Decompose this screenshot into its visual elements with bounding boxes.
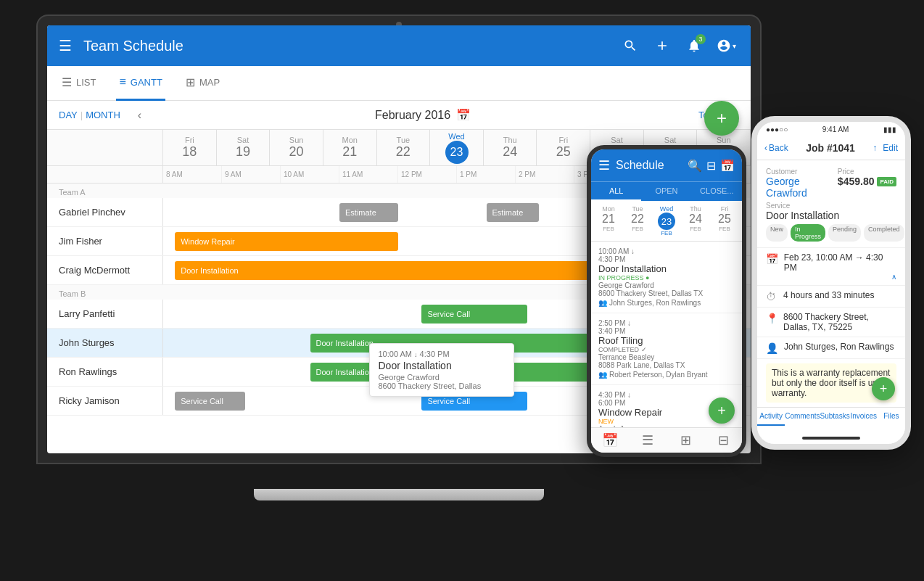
android-date-thu-24[interactable]: Thu 24 FEB [681, 205, 710, 236]
android-nav-calendar[interactable]: 📅 [591, 432, 629, 448]
ios-customer-section: Customer George Crawford Price $459.80 P… [757, 160, 905, 248]
android-job-door-install[interactable]: 10:00 AM ↓ 4:30 PM Door Installation IN … [591, 242, 742, 313]
date-wed-23-today: Wed23 [430, 130, 484, 165]
android-date-tue-22[interactable]: Tue 22 FEB [623, 205, 652, 236]
bar-service-call-ricky-1[interactable]: Service Call [175, 392, 245, 411]
ios-address-text[interactable]: 8600 Thackery Street, Dallas, TX, 75225 [783, 312, 896, 332]
time-12pm: 12 PM [398, 166, 457, 183]
date-fri-25: Fri25 [537, 130, 590, 165]
ios-back-button[interactable]: ‹ Back [764, 143, 788, 153]
search-button[interactable] [617, 33, 643, 59]
date-navigation: DAY | MONTH ‹ February 2016 📅 Today › [47, 101, 751, 130]
ios-location-icon: 📍 [766, 313, 777, 324]
android-date-fri-25[interactable]: Fri 25 FEB [710, 205, 739, 236]
date-mon-21: Mon21 [323, 130, 377, 165]
android-job-1-title: Door Installation [598, 263, 735, 274]
tooltip-time: 10:00 AM ↓ 4:30 PM [379, 350, 505, 358]
app-title: Team Schedule [83, 38, 617, 54]
android-nav-grid[interactable]: ⊞ [667, 432, 704, 448]
ios-status-new[interactable]: New [766, 224, 788, 242]
tab-map[interactable]: ⊞ MAP [183, 66, 223, 101]
account-button[interactable]: ▾ [713, 33, 739, 59]
time-8am: 8 AM [163, 166, 222, 183]
android-tab-open[interactable]: OPEN [641, 182, 691, 201]
time-11am: 11 AM [339, 166, 398, 183]
android-job-1-address: 8600 Thackery Street, Dallas TX [598, 289, 735, 297]
add-button[interactable] [649, 33, 675, 59]
ios-tab-invoices[interactable]: Invoices [850, 408, 878, 426]
ios-tab-comments[interactable]: Comments [785, 408, 820, 426]
ios-tab-activity[interactable]: Activity [757, 408, 785, 426]
ios-status-chips: New In Progress Pending Completed Cancel… [766, 224, 896, 242]
fab-add-button[interactable]: + [704, 101, 739, 136]
android-calendar-icon[interactable]: 📅 [720, 159, 735, 173]
android-fab[interactable]: + [709, 397, 735, 424]
android-tab-closed[interactable]: CLOSE... [692, 182, 742, 201]
month-view-toggle[interactable]: MONTH [86, 110, 120, 120]
android-date-wed-23[interactable]: Wed 23 FEB [652, 205, 681, 236]
bar-window-repair[interactable]: Window Repair [175, 232, 398, 251]
android-nav-map[interactable]: ⊟ [704, 432, 742, 448]
ios-tab-subtasks[interactable]: Subtasks [820, 408, 850, 426]
android-nav-list[interactable]: ☰ [629, 432, 667, 448]
tab-gantt[interactable]: ≡ GANTT [116, 66, 165, 101]
ios-share-button[interactable]: ↑ [873, 143, 877, 153]
prev-arrow[interactable]: ‹ [132, 106, 147, 125]
android-phone: ☰ Schedule 🔍 ⊟ 📅 ALL OPEN CLOSE... Mon 2… [587, 145, 746, 457]
date-toggle: DAY | MONTH [59, 110, 120, 120]
ios-duration-text: 4 hours and 33 minutes [783, 290, 874, 300]
android-job-2-time: 2:50 PM ↓ [598, 319, 735, 327]
ios-status-bar: ●●●○○ 9:41 AM ▮▮▮ [757, 122, 905, 136]
bar-estimate-2[interactable]: Estimate [487, 203, 540, 222]
app-header: ☰ Team Schedule 3 ▾ [47, 25, 751, 66]
ios-content-tabs: Activity Comments Subtasks Invoices File… [757, 407, 905, 426]
android-header: ☰ Schedule 🔍 ⊟ 📅 [591, 149, 742, 181]
ios-status-pending[interactable]: Pending [828, 224, 861, 242]
bar-service-call-larry[interactable]: Service Call [421, 305, 527, 324]
ios-price-value: $459.80 [838, 176, 875, 187]
ios-service-label: Service [766, 202, 896, 210]
android-header-icons: 🔍 ⊟ 📅 [688, 159, 735, 173]
bar-estimate-1[interactable]: Estimate [339, 203, 398, 222]
ios-phone: ●●●○○ 9:41 AM ▮▮▮ ‹ Back Job #1041 ↑ Edi… [751, 116, 911, 450]
ios-calendar-icon: 📅 [766, 253, 778, 265]
notifications-button[interactable]: 3 [681, 33, 707, 59]
ios-paid-badge: PAID [877, 177, 896, 186]
time-spacer [47, 166, 163, 183]
date-fri-18: Fri18 [163, 130, 217, 165]
day-view-toggle[interactable]: DAY [59, 110, 78, 120]
ios-status-completed[interactable]: Completed [864, 224, 904, 242]
ios-price-row: $459.80 PAID [838, 176, 896, 187]
ios-edit-button[interactable]: Edit [883, 143, 898, 153]
android-filter-icon[interactable]: ⊟ [706, 159, 716, 173]
time-2pm: 2 PM [516, 166, 574, 183]
date-tue-22: Tue22 [377, 130, 431, 165]
account-chevron: ▾ [733, 42, 736, 50]
ios-duration-row: ⏱ 4 hours and 33 minutes [757, 286, 905, 308]
person-ron-rawlings: Ron Rawlings [47, 358, 163, 386]
android-date-strip: Mon 21 FEB Tue 22 FEB Wed 23 FEB Thu 24 … [591, 201, 742, 242]
tab-list[interactable]: ☰ LIST [59, 66, 99, 101]
ios-status-in-progress[interactable]: In Progress [791, 224, 825, 242]
person-gabriel-pinchev: Gabriel Pinchev [47, 198, 163, 226]
date-thu-24: Thu24 [484, 130, 537, 165]
ios-address-row: 📍 8600 Thackery Street, Dallas, TX, 7522… [757, 308, 905, 337]
ios-home-bar[interactable] [802, 437, 860, 440]
ios-customer-name[interactable]: George Crawford [766, 176, 838, 199]
android-menu-icon[interactable]: ☰ [598, 157, 610, 173]
ios-battery: ▮▮▮ [883, 125, 896, 133]
ios-fab[interactable]: + [872, 377, 895, 400]
menu-icon[interactable]: ☰ [59, 37, 72, 54]
ios-customer-row: Customer George Crawford Price $459.80 P… [766, 168, 896, 199]
ios-tab-files[interactable]: Files [878, 408, 905, 426]
ios-service-name: Door Installation [766, 210, 896, 221]
ios-carrier: ●●●○○ [766, 125, 788, 133]
ios-customer-label: Customer [766, 168, 838, 176]
android-search-icon[interactable]: 🔍 [688, 159, 702, 173]
calendar-icon[interactable]: 📅 [456, 108, 471, 122]
ios-expand-datetime[interactable]: ∧ [784, 273, 896, 281]
android-job-roof-tiling[interactable]: 2:50 PM ↓ 3:40 PM Roof Tiling COMPLETED … [591, 313, 742, 385]
android-tab-all[interactable]: ALL [591, 182, 641, 201]
notification-badge: 3 [696, 34, 706, 44]
android-date-mon-21[interactable]: Mon 21 FEB [594, 205, 623, 236]
